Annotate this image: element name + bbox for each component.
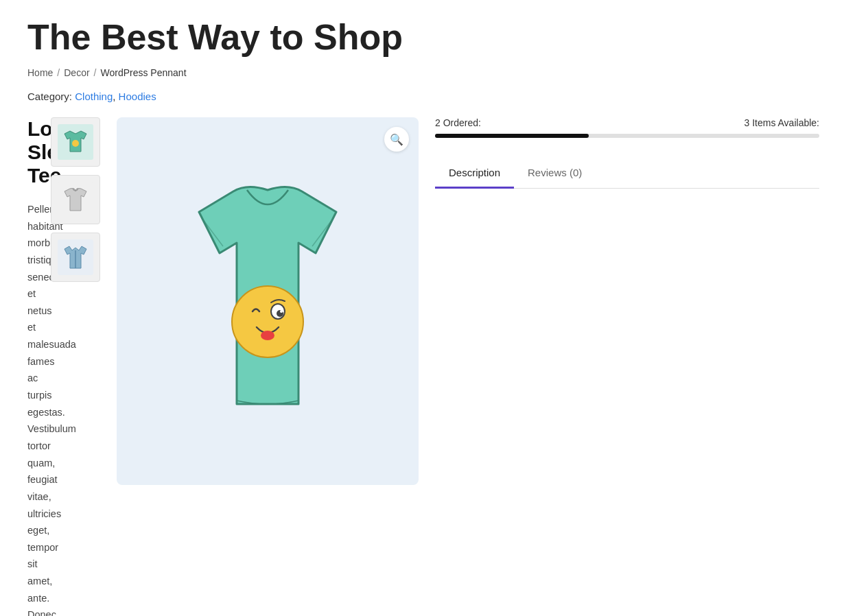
tab-reviews[interactable]: Reviews (0)	[514, 158, 596, 189]
main-layout: Long Sleeve Tee Pellentesque habitant mo…	[27, 117, 817, 616]
thumb-tshirt-icon	[58, 124, 93, 160]
tab-description[interactable]: Description	[435, 158, 514, 189]
main-image-column: 🔍	[117, 117, 419, 485]
category-hoodies[interactable]: Hoodies	[119, 91, 156, 102]
breadcrumb: Home / Decor / WordPress Pennant	[27, 67, 817, 78]
stock-bar-labels: 2 Ordered: 3 Items Available:	[435, 117, 819, 128]
thumbnail-column	[51, 117, 100, 282]
svg-point-8	[280, 310, 283, 313]
category-line: Category: Clothing, Hoodies	[27, 91, 817, 102]
tabs-row: Description Reviews (0)	[435, 158, 819, 189]
available-label: 3 Items Available:	[745, 117, 819, 128]
breadcrumb-sep-1: /	[57, 67, 60, 78]
zoom-icon: 🔍	[390, 133, 403, 146]
zoom-button[interactable]: 🔍	[384, 127, 409, 152]
svg-point-1	[72, 140, 79, 147]
svg-point-9	[261, 331, 274, 340]
breadcrumb-current: WordPress Pennant	[101, 67, 187, 78]
breadcrumb-decor[interactable]: Decor	[64, 67, 89, 78]
stock-bar-section: 2 Ordered: 3 Items Available:	[435, 117, 819, 138]
right-info-column: 2 Ordered: 3 Items Available: Descriptio…	[435, 117, 819, 189]
product-main-image	[158, 171, 377, 431]
page-title: The Best Way to Shop	[27, 16, 817, 58]
breadcrumb-sep-2: /	[94, 67, 97, 78]
stock-bar-fill	[435, 134, 589, 138]
thumbnail-3[interactable]	[51, 233, 100, 282]
breadcrumb-home[interactable]: Home	[27, 67, 53, 78]
svg-point-5	[232, 286, 303, 357]
thumbnail-2[interactable]	[51, 175, 100, 224]
category-clothing[interactable]: Clothing	[75, 91, 113, 102]
thumbnail-1[interactable]	[51, 117, 100, 167]
thumb-hoodie-icon	[58, 182, 93, 217]
product-image-wrapper: 🔍	[117, 117, 419, 485]
stock-bar-track	[435, 134, 819, 138]
thumb-jacket-icon	[58, 239, 93, 275]
category-label: Category:	[27, 91, 72, 102]
ordered-label: 2 Ordered:	[435, 117, 481, 128]
